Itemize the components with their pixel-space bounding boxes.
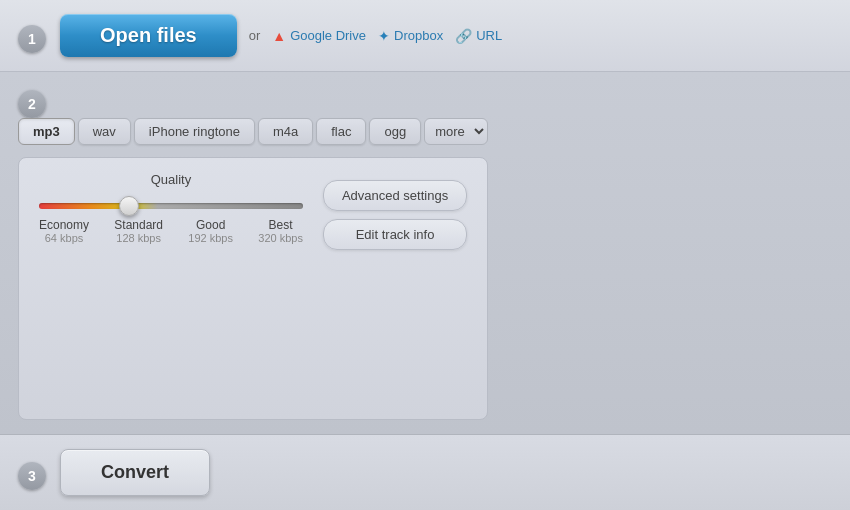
quality-section: Quality Economy 64 kbps Standard 128 kbp… (18, 157, 488, 420)
or-label: or (249, 28, 261, 43)
step2-number: 2 (18, 90, 46, 118)
quality-title: Quality (39, 172, 303, 187)
step1-row: 1 Open files or ▲ Google Drive ✦ Dropbox… (0, 0, 850, 72)
quality-best: Best 320 kbps (258, 218, 303, 244)
economy-kbps: 64 kbps (39, 232, 89, 244)
tab-iphone-ringtone[interactable]: iPhone ringtone (134, 118, 255, 145)
standard-name: Standard (114, 218, 163, 232)
cloud-links-group: ▲ Google Drive ✦ Dropbox 🔗 URL (272, 28, 502, 44)
quality-slider[interactable] (39, 203, 303, 209)
tab-ogg[interactable]: ogg (369, 118, 421, 145)
url-link[interactable]: 🔗 URL (455, 28, 502, 44)
quality-left-panel: Quality Economy 64 kbps Standard 128 kbp… (39, 172, 303, 244)
tab-m4a[interactable]: m4a (258, 118, 313, 145)
standard-kbps: 128 kbps (114, 232, 163, 244)
tab-mp3[interactable]: mp3 (18, 118, 75, 145)
good-name: Good (188, 218, 233, 232)
step2-content: mp3 wav iPhone ringtone m4a flac ogg mor… (18, 118, 488, 420)
step2-row: 2 mp3 wav iPhone ringtone m4a flac ogg m… (0, 72, 850, 435)
economy-name: Economy (39, 218, 89, 232)
gdrive-icon: ▲ (272, 28, 286, 44)
format-tabs-row: mp3 wav iPhone ringtone m4a flac ogg mor… (18, 118, 488, 145)
best-name: Best (258, 218, 303, 232)
url-label: URL (476, 28, 502, 43)
dropbox-label: Dropbox (394, 28, 443, 43)
url-icon: 🔗 (455, 28, 472, 44)
dropbox-link[interactable]: ✦ Dropbox (378, 28, 443, 44)
edit-track-info-button[interactable]: Edit track info (323, 219, 467, 250)
more-formats-select[interactable]: more (424, 118, 488, 145)
good-kbps: 192 kbps (188, 232, 233, 244)
tab-flac[interactable]: flac (316, 118, 366, 145)
convert-button[interactable]: Convert (60, 449, 210, 496)
step3-row: 3 Convert (0, 435, 850, 510)
quality-standard: Standard 128 kbps (114, 218, 163, 244)
gdrive-label: Google Drive (290, 28, 366, 43)
step1-number: 1 (18, 25, 46, 53)
google-drive-link[interactable]: ▲ Google Drive (272, 28, 366, 44)
advanced-settings-button[interactable]: Advanced settings (323, 180, 467, 211)
quality-right-panel: Advanced settings Edit track info (323, 172, 467, 250)
open-files-button[interactable]: Open files (60, 14, 237, 57)
step1-content: Open files or ▲ Google Drive ✦ Dropbox 🔗… (60, 14, 832, 57)
best-kbps: 320 kbps (258, 232, 303, 244)
step3-number: 3 (18, 462, 46, 490)
quality-economy: Economy 64 kbps (39, 218, 89, 244)
dropbox-icon: ✦ (378, 28, 390, 44)
tab-wav[interactable]: wav (78, 118, 131, 145)
app-container: 1 Open files or ▲ Google Drive ✦ Dropbox… (0, 0, 850, 510)
quality-labels: Economy 64 kbps Standard 128 kbps Good 1… (39, 218, 303, 244)
quality-good: Good 192 kbps (188, 218, 233, 244)
